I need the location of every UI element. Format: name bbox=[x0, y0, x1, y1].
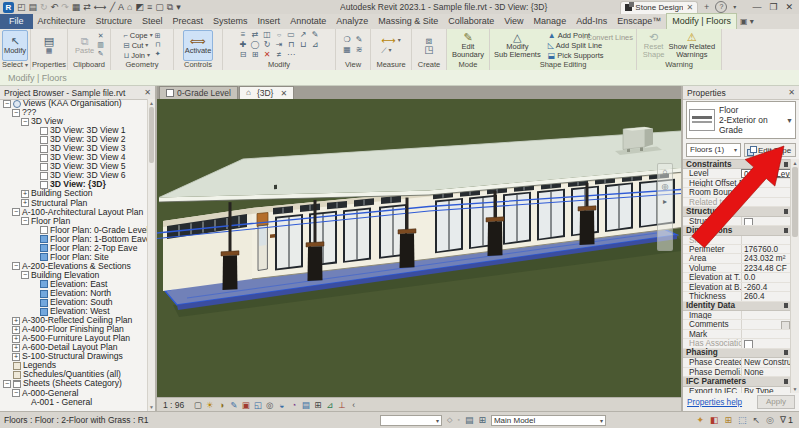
mirror-draw-icon[interactable]: ⌔ bbox=[274, 30, 285, 40]
collapse-icon[interactable]: − bbox=[21, 271, 29, 279]
property-value[interactable] bbox=[741, 236, 791, 244]
undo-icon[interactable]: ↶ bbox=[51, 1, 59, 13]
exclude-options-icon[interactable]: ↖ bbox=[753, 414, 761, 426]
property-value[interactable]: 176760.0 bbox=[741, 245, 791, 253]
sync-icon[interactable]: ↻ bbox=[40, 1, 48, 13]
status-mini-icon-1[interactable]: ◇ bbox=[447, 414, 452, 426]
scroll-thumb[interactable] bbox=[792, 167, 798, 237]
tree-item[interactable]: Floor Plan: 2-Top Eave bbox=[0, 244, 148, 253]
section-pin-icon[interactable] bbox=[784, 162, 788, 167]
extend-icon[interactable]: ↗ bbox=[298, 30, 309, 40]
tree-item[interactable]: Elevation: North bbox=[0, 289, 148, 298]
property-row[interactable]: Slope bbox=[683, 236, 791, 245]
ribbon-tab-add-ins[interactable]: Add-Ins bbox=[571, 14, 612, 29]
property-section-header[interactable]: IFC Parameters bbox=[683, 377, 791, 386]
stone-design-tab[interactable]: Stone Design ✕ bbox=[620, 1, 698, 14]
property-value[interactable] bbox=[741, 311, 791, 319]
tree-item[interactable]: −??? bbox=[0, 108, 148, 117]
expand-icon[interactable]: + bbox=[21, 199, 29, 207]
rotate-icon[interactable]: ◯ bbox=[250, 40, 261, 50]
pick-supports-button[interactable]: ⬓Pick Supports bbox=[548, 51, 604, 60]
property-value[interactable]: New Constructi... bbox=[741, 358, 791, 366]
scroll-up-icon[interactable]: ▲ bbox=[148, 100, 155, 106]
beam-join-icon[interactable]: ⊞ bbox=[155, 32, 161, 40]
worksets-icon[interactable]: ✦ bbox=[696, 414, 704, 426]
tree-item[interactable]: −A-200-Elevations & Sections bbox=[0, 262, 148, 271]
tree-item[interactable]: Floor Plan: Site bbox=[0, 253, 148, 262]
property-row[interactable]: Elevation at T...0.0 bbox=[683, 273, 791, 282]
project-browser-header[interactable]: Project Browser - Sample file.rvt ✕ bbox=[0, 86, 155, 100]
section-icon[interactable]: ◩ bbox=[136, 1, 145, 13]
modify-button[interactable]: ↖ Modify bbox=[2, 30, 28, 61]
ribbon-tab-architecture[interactable]: Architecture bbox=[33, 14, 91, 29]
delete-icon[interactable]: ✕ bbox=[262, 50, 273, 60]
modify-sub-elements-button[interactable]: △ Modify Sub Elements bbox=[493, 31, 542, 60]
design-options-icon[interactable]: ◧ bbox=[710, 414, 719, 426]
properties-help-link[interactable]: Properties help bbox=[687, 398, 742, 407]
view-tab-inactive[interactable]: 0-Grade Level bbox=[159, 86, 238, 99]
collapse-icon[interactable]: − bbox=[21, 118, 29, 126]
tree-item[interactable]: −Floor Plan bbox=[0, 217, 148, 226]
property-value[interactable]: 260.4 bbox=[741, 292, 791, 300]
ribbon-tab-collaborate[interactable]: Collaborate bbox=[443, 14, 499, 29]
type-selector[interactable]: Floor 2-Exterior on Grade ▼ bbox=[686, 101, 796, 139]
analytical-model-icon[interactable]: ⊿ bbox=[324, 399, 335, 411]
show-crop-icon[interactable]: ◱ bbox=[252, 399, 263, 411]
transfer-icon[interactable]: ⇄ bbox=[83, 1, 91, 13]
print-icon[interactable]: ▦ bbox=[72, 1, 81, 13]
ellipsis-button[interactable] bbox=[781, 321, 790, 328]
zoom-icon[interactable]: ◎ bbox=[662, 182, 669, 191]
property-value[interactable] bbox=[741, 188, 791, 196]
tree-item[interactable]: −A-100-Architectural Layout Plan bbox=[0, 208, 148, 217]
section-pin-icon[interactable] bbox=[784, 379, 788, 384]
expand-icon[interactable]: + bbox=[12, 317, 20, 325]
select-pinned-icon[interactable]: ◎ bbox=[766, 414, 774, 426]
property-value[interactable]: 2234.48 CF bbox=[741, 264, 791, 272]
split-icon[interactable]: ⊔ bbox=[298, 40, 309, 50]
property-value[interactable] bbox=[741, 198, 791, 206]
visual-style-icon[interactable]: ▢ bbox=[192, 399, 203, 411]
open-icon[interactable]: ◰ bbox=[17, 1, 26, 13]
tree-item[interactable]: +A-400-Floor Finishing Plan bbox=[0, 325, 148, 334]
collapse-icon[interactable]: − bbox=[12, 208, 20, 216]
tree-item[interactable]: +A-600-Detail Layout Plan bbox=[0, 343, 148, 352]
property-value[interactable]: 0-Grade Level bbox=[741, 169, 791, 177]
tree-item[interactable]: +S-100-Structural Drawings bbox=[0, 352, 148, 361]
more-tools-icon[interactable]: ⋯ bbox=[286, 50, 297, 60]
properties-scrollbar[interactable]: ▲ ▼ bbox=[790, 159, 799, 393]
ribbon-tab-steel[interactable]: Steel bbox=[137, 14, 168, 29]
tree-item[interactable]: 3D View: {3D} bbox=[0, 180, 148, 189]
tree-item[interactable]: A-001 - General bbox=[0, 398, 148, 407]
property-row[interactable]: Area243.032 m² bbox=[683, 254, 791, 263]
pin-icon[interactable]: ⊟ bbox=[238, 50, 249, 60]
property-value[interactable] bbox=[741, 217, 791, 225]
view-tab-active[interactable]: ⌂{3D}✕ bbox=[239, 86, 294, 99]
minimize-button[interactable]: — bbox=[752, 2, 761, 12]
reveal-hidden-icon[interactable]: ◔ bbox=[288, 399, 299, 411]
section-pin-icon[interactable] bbox=[784, 350, 788, 355]
join-button[interactable]: ⊔Join▾ bbox=[123, 51, 152, 60]
tree-item[interactable]: Floor Plan: 1-Bottom Eave bbox=[0, 235, 148, 244]
expand-icon[interactable]: + bbox=[12, 344, 20, 352]
edit-boundary-button[interactable]: ✎ Edit Boundary bbox=[451, 31, 485, 60]
wall-join-icon[interactable]: ⊓ bbox=[155, 41, 160, 49]
customize-qat-icon[interactable]: ▾ bbox=[176, 1, 181, 13]
filter-icon[interactable]: ∇ bbox=[780, 414, 786, 426]
tree-item[interactable]: +Building Section bbox=[0, 189, 148, 198]
new-tab-button[interactable]: + bbox=[704, 1, 709, 13]
ribbon-tab-annotate[interactable]: Annotate bbox=[285, 14, 331, 29]
unpin-icon[interactable]: ⊞ bbox=[250, 50, 261, 60]
section-pin-icon[interactable] bbox=[784, 209, 788, 214]
property-row[interactable]: Room Boundi... bbox=[683, 188, 791, 197]
panel-label-select[interactable]: Select ▾ bbox=[0, 60, 30, 70]
tree-item[interactable]: Elevation: South bbox=[0, 298, 148, 307]
restore-button[interactable]: ❐ bbox=[769, 2, 777, 12]
lightbulb-icon[interactable]: ❍ bbox=[342, 35, 353, 45]
tree-item[interactable]: Schedules/Quantities (all) bbox=[0, 370, 148, 379]
expand-icon[interactable]: + bbox=[12, 353, 20, 361]
close-tab-icon[interactable]: ✕ bbox=[686, 3, 693, 12]
property-section-header[interactable]: Dimensions bbox=[683, 226, 791, 235]
line-styles-icon[interactable]: ≋ bbox=[354, 45, 365, 55]
offset-icon[interactable]: ⇄ bbox=[250, 30, 261, 40]
tree-item[interactable]: −3D View bbox=[0, 117, 148, 126]
